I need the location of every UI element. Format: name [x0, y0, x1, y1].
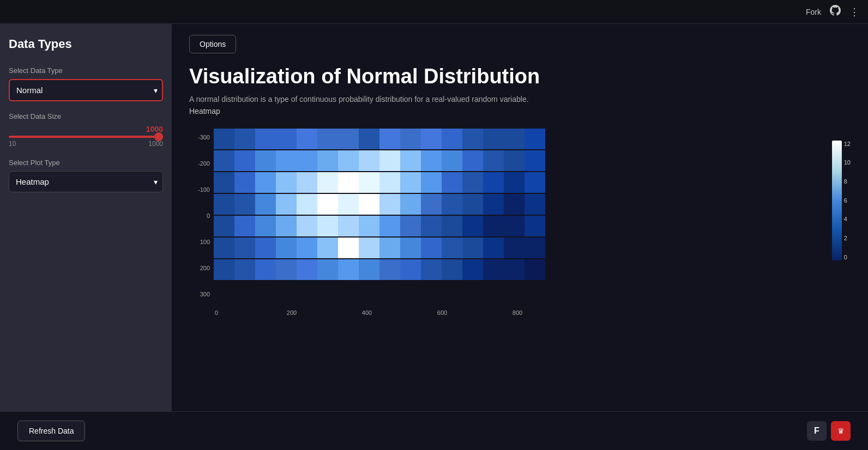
svg-rect-95 [276, 238, 297, 258]
svg-rect-81 [317, 216, 338, 236]
svg-rect-38 [421, 150, 442, 171]
svg-rect-54 [421, 172, 442, 193]
viz-description: A normal distribution is a type of conti… [189, 95, 851, 104]
svg-rect-72 [462, 194, 483, 215]
svg-rect-120 [462, 259, 483, 280]
svg-rect-118 [421, 259, 442, 280]
svg-rect-44 [214, 172, 234, 193]
github-icon[interactable] [830, 5, 841, 19]
svg-rect-30 [255, 150, 276, 171]
svg-text:-200: -200 [198, 160, 210, 167]
legend-tick-4: 4 [844, 216, 851, 222]
svg-rect-57 [483, 172, 504, 193]
options-button[interactable]: Options [189, 35, 236, 53]
svg-rect-47 [276, 172, 297, 193]
svg-text:100: 100 [200, 239, 210, 245]
svg-rect-99 [359, 238, 379, 258]
svg-rect-115 [359, 259, 379, 280]
svg-rect-113 [317, 259, 338, 280]
svg-rect-104 [462, 238, 483, 258]
bottom-bar: Refresh Data F ♛ [0, 411, 868, 450]
svg-rect-79 [276, 216, 297, 236]
svg-rect-17 [317, 129, 338, 149]
svg-rect-121 [483, 259, 504, 280]
svg-text:600: 600 [437, 309, 447, 316]
data-size-slider[interactable] [9, 136, 163, 138]
svg-rect-93 [234, 238, 255, 258]
svg-rect-24 [462, 129, 483, 149]
svg-rect-85 [400, 216, 421, 236]
svg-rect-100 [379, 238, 400, 258]
svg-rect-28 [214, 150, 234, 171]
svg-rect-119 [442, 259, 462, 280]
svg-rect-73 [483, 194, 504, 215]
svg-rect-87 [442, 216, 462, 236]
svg-text:0: 0 [207, 212, 210, 219]
svg-rect-12 [214, 129, 234, 149]
svg-rect-108 [214, 259, 234, 280]
svg-text:200: 200 [200, 265, 210, 271]
crown-icon[interactable]: ♛ [831, 421, 851, 441]
slider-max: 1000 [148, 140, 163, 148]
svg-rect-91 [525, 216, 545, 236]
svg-rect-33 [317, 150, 338, 171]
svg-rect-111 [276, 259, 297, 280]
svg-rect-64 [297, 194, 317, 215]
svg-rect-103 [442, 238, 462, 258]
slider-minmax: 10 1000 [9, 140, 163, 148]
svg-rect-92 [214, 238, 234, 258]
svg-rect-74 [504, 194, 525, 215]
sidebar: Data Types Select Data Type Normal Unifo… [0, 24, 172, 411]
svg-rect-53 [400, 172, 421, 193]
fontawesome-icon[interactable]: F [807, 421, 827, 441]
sidebar-title: Data Types [9, 37, 163, 51]
legend-tick-2: 2 [844, 235, 851, 241]
svg-rect-59 [525, 172, 545, 193]
svg-rect-27 [525, 129, 545, 149]
svg-rect-82 [338, 216, 359, 236]
svg-rect-96 [297, 238, 317, 258]
svg-rect-109 [234, 259, 255, 280]
slider-min: 10 [9, 140, 16, 148]
svg-text:-100: -100 [198, 186, 210, 193]
legend-tick-6: 6 [844, 197, 851, 204]
svg-rect-15 [276, 129, 297, 149]
data-type-select-wrapper: Normal Uniform Exponential Binomial ▾ [9, 79, 163, 101]
plot-type-select[interactable]: Heatmap Histogram Scatter Box [9, 171, 163, 192]
slider-container: 1000 10 1000 [9, 125, 163, 148]
svg-rect-76 [214, 216, 234, 236]
legend-tick-10: 10 [844, 159, 851, 166]
svg-rect-16 [297, 129, 317, 149]
more-options-icon[interactable]: ⋮ [849, 6, 859, 18]
svg-rect-45 [234, 172, 255, 193]
svg-rect-122 [504, 259, 525, 280]
legend-gradient-bar [832, 141, 842, 260]
svg-rect-112 [297, 259, 317, 280]
svg-rect-52 [379, 172, 400, 193]
fork-link[interactable]: Fork [806, 8, 821, 16]
plot-type-select-wrapper: Heatmap Histogram Scatter Box ▾ [9, 171, 163, 192]
svg-rect-37 [400, 150, 421, 171]
svg-rect-20 [379, 129, 400, 149]
svg-rect-107 [525, 238, 545, 258]
plot-type-group: Select Plot Type Heatmap Histogram Scatt… [9, 159, 163, 192]
svg-rect-88 [462, 216, 483, 236]
refresh-data-button[interactable]: Refresh Data [17, 421, 85, 441]
svg-rect-70 [421, 194, 442, 215]
svg-rect-61 [234, 194, 255, 215]
svg-rect-22 [421, 129, 442, 149]
svg-text:0: 0 [215, 309, 218, 316]
svg-rect-98 [338, 238, 359, 258]
data-type-select[interactable]: Normal Uniform Exponential Binomial [9, 79, 163, 101]
svg-rect-48 [297, 172, 317, 193]
svg-rect-23 [442, 129, 462, 149]
svg-rect-46 [255, 172, 276, 193]
svg-rect-40 [462, 150, 483, 171]
svg-rect-58 [504, 172, 525, 193]
data-size-group: Select Data Size 1000 10 1000 [9, 112, 163, 148]
svg-text:200: 200 [287, 309, 297, 316]
svg-text:-300: -300 [198, 134, 210, 141]
legend-tick-labels: 12 10 8 6 4 2 0 [844, 141, 851, 260]
svg-rect-32 [297, 150, 317, 171]
svg-rect-67 [359, 194, 379, 215]
